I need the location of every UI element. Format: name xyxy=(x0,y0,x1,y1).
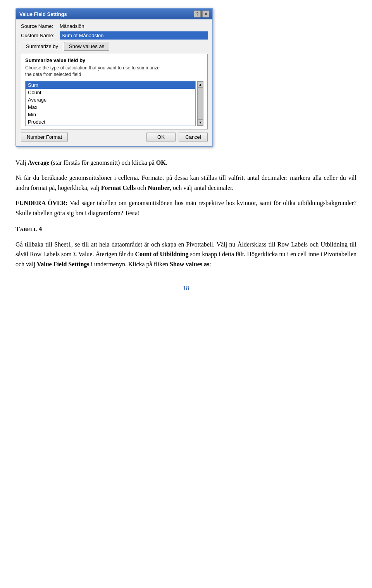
help-button[interactable]: ? xyxy=(194,10,201,17)
list-item-max[interactable]: Max xyxy=(26,103,195,111)
content-title: Summarize value field by xyxy=(25,57,203,63)
ok-cancel-group: OK Cancel xyxy=(146,133,208,141)
titlebar-buttons: ? ✕ xyxy=(194,10,209,17)
content-desc: Choose the type of calculation that you … xyxy=(25,65,203,78)
close-button[interactable]: ✕ xyxy=(202,10,209,17)
dialog-title: Value Field Settings xyxy=(19,11,67,17)
cancel-button[interactable]: Cancel xyxy=(179,133,208,141)
p2-fundera-bold: FUNDERA ÖVER: xyxy=(16,200,68,206)
value-field-settings-dialog: Value Field Settings ? ✕ Source Name: Må… xyxy=(16,8,213,147)
dialog-footer: Number Format OK Cancel xyxy=(21,133,208,141)
scroll-down-btn[interactable]: ▼ xyxy=(198,119,203,126)
source-name-label: Source Name: xyxy=(21,23,60,29)
dialog-tabs: Summarize by Show values as xyxy=(21,42,208,51)
p3-bold-vfs: Value Field Settings xyxy=(37,261,89,267)
intro-bold-ok: OK xyxy=(156,159,166,166)
dialog-titlebar: Value Field Settings ? ✕ xyxy=(16,9,212,19)
scroll-up-btn[interactable]: ▲ xyxy=(198,81,203,88)
dialog-body: Source Name: Månadslön Custom Name: Summ… xyxy=(16,19,212,146)
table-label: TABELL 4 xyxy=(16,225,42,233)
p1-bold-number: Number xyxy=(148,185,170,191)
tabell-header: TABELL 4 xyxy=(16,224,356,234)
source-name-row: Source Name: Månadslön xyxy=(21,23,208,29)
custom-name-label: Custom Name: xyxy=(21,33,60,38)
number-format-button[interactable]: Number Format xyxy=(21,133,68,141)
p3-bold-sva: Show values as xyxy=(170,261,209,267)
list-item-count[interactable]: Count xyxy=(26,89,195,96)
p1-och: och xyxy=(136,185,148,191)
p1-bold-format-cells: Format Cells xyxy=(101,185,136,191)
intro-text: Välj xyxy=(16,159,28,166)
page-number: 18 xyxy=(16,285,356,292)
intro-end: . xyxy=(166,159,167,166)
list-scrollbar[interactable]: ▲ ▼ xyxy=(197,81,203,126)
paragraph-3: Gå tillbaka till Sheet1, se till att hel… xyxy=(16,240,356,269)
p1-end: , och välj antal decimaler. xyxy=(170,185,233,191)
custom-name-input[interactable] xyxy=(60,31,208,40)
source-name-value: Månadslön xyxy=(60,23,84,29)
scroll-track xyxy=(198,88,203,119)
list-item-sum[interactable]: Sum xyxy=(26,81,195,89)
p3-end3: : xyxy=(209,261,211,267)
dialog-wrapper: Value Field Settings ? ✕ Source Name: Må… xyxy=(16,8,356,147)
paragraph-1: Ni får du beräknade genomsnittslöner i c… xyxy=(16,173,356,193)
calculation-list: Sum Count Average Max Min Product xyxy=(25,81,196,126)
content-box: Summarize value field by Choose the type… xyxy=(21,54,208,129)
list-item-min[interactable]: Min xyxy=(26,111,195,118)
custom-name-row: Custom Name: xyxy=(21,31,208,40)
list-wrapper: Sum Count Average Max Min Product ▲ ▼ xyxy=(25,81,203,126)
tab-summarize-by[interactable]: Summarize by xyxy=(21,42,63,51)
intro-paragraph: Välj Average (står förstås för genomsnit… xyxy=(16,158,356,168)
p3-end2: i undermenyn. Klicka på fliken xyxy=(90,261,170,267)
document-content: Välj Average (står förstås för genomsnit… xyxy=(16,158,356,269)
tab-show-values-as[interactable]: Show values as xyxy=(64,42,109,51)
list-item-average[interactable]: Average xyxy=(26,96,195,103)
intro-bold-average: Average xyxy=(28,159,50,166)
p3-bold-count: Count of Utbildning xyxy=(135,251,188,257)
paragraph-2: FUNDERA ÖVER: Vad säger tabellen om geno… xyxy=(16,198,356,218)
intro-rest: (står förstås för genomsnitt) och klicka… xyxy=(49,159,156,166)
list-item-product[interactable]: Product xyxy=(26,118,195,126)
ok-button[interactable]: OK xyxy=(146,133,176,141)
